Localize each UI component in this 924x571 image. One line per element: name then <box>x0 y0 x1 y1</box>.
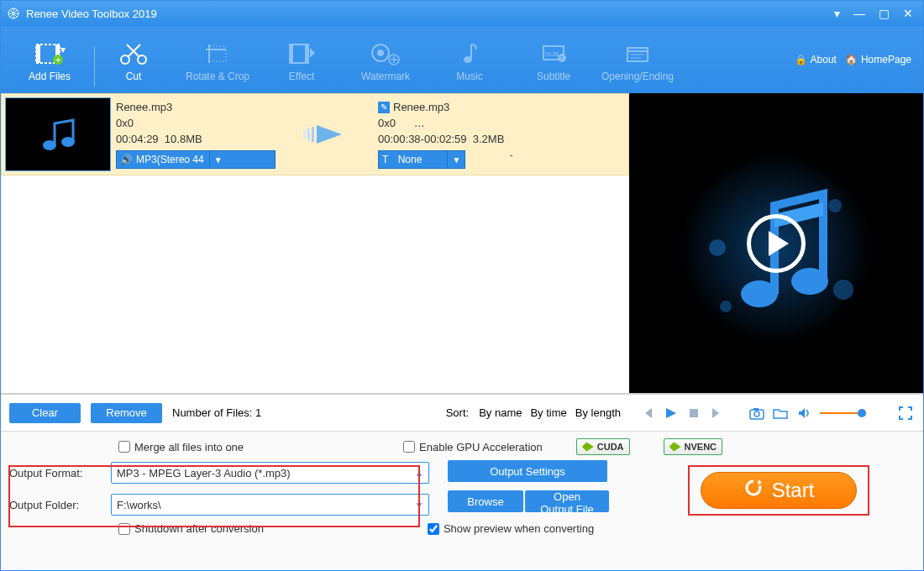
output-format-value: MP3 - MPEG Layer-3 Audio (*.mp3) <box>117 467 291 479</box>
output-folder-value: F:\works\ <box>117 499 161 511</box>
snapshot-button[interactable] <box>749 406 764 420</box>
open-folder-button[interactable] <box>773 406 788 420</box>
svg-rect-9 <box>209 46 226 61</box>
svg-rect-29 <box>312 127 314 142</box>
fullscreen-button[interactable] <box>898 406 913 420</box>
dash: - <box>510 149 513 169</box>
refresh-icon <box>743 478 764 503</box>
dst-filesize: 3.2MB <box>473 133 505 145</box>
output-folder-select[interactable]: F:\works\ ▼ <box>111 494 429 516</box>
audio-format-select[interactable]: 🔊MP3(Stereo 44 ▼ <box>116 150 276 169</box>
svg-rect-11 <box>290 45 293 63</box>
show-preview-checkbox[interactable]: Show preview when converting <box>428 522 594 535</box>
chevron-up-icon: ▲ <box>415 469 423 478</box>
output-folder-label: Output Folder: <box>9 499 106 511</box>
music-button[interactable]: Music <box>428 28 512 92</box>
preview-pane <box>629 93 923 393</box>
minimize-button[interactable]: — <box>853 7 865 20</box>
output-panel: Merge all files into one Enable GPU Acce… <box>1 431 923 570</box>
list-toolbar: Clear Remove Number of Files: 1 Sort: By… <box>1 393 629 431</box>
play-button[interactable] <box>663 406 678 420</box>
app-title: Renee Video Toolbox 2019 <box>26 8 834 20</box>
show-preview-label: Show preview when converting <box>444 522 594 535</box>
src-dimensions: 0x0 <box>116 117 276 129</box>
cut-button[interactable]: Cut <box>92 28 176 92</box>
start-label: Start <box>772 479 815 502</box>
maximize-button[interactable]: ▢ <box>879 7 890 20</box>
homepage-link[interactable]: 🏠 HomePage <box>845 54 911 65</box>
music-thumb-icon <box>6 98 110 170</box>
gpu-checkbox[interactable]: Enable GPU Acceleration <box>403 441 543 453</box>
svg-rect-27 <box>303 130 306 139</box>
scissors-icon <box>117 37 150 71</box>
cuda-badge: CUDA <box>576 438 630 455</box>
effect-button[interactable]: Effect <box>260 28 344 92</box>
player-controls <box>629 393 923 431</box>
sort-by-time[interactable]: By time <box>530 406 566 419</box>
opening-ending-button[interactable]: Opening/Ending <box>596 28 680 92</box>
stop-button[interactable] <box>686 407 701 419</box>
chevron-down-icon: ▼ <box>448 155 465 165</box>
convert-arrow-icon <box>281 97 373 171</box>
svg-text:▾: ▾ <box>60 44 66 55</box>
remove-button[interactable]: Remove <box>91 403 162 423</box>
clear-button[interactable]: Clear <box>9 403 81 423</box>
sort-by-name[interactable]: By name <box>479 406 522 419</box>
next-button[interactable] <box>710 406 725 420</box>
opening-ending-label: Opening/Ending <box>601 71 674 82</box>
effect-label: Effect <box>289 71 314 82</box>
svg-point-31 <box>709 239 726 256</box>
file-list-empty <box>1 175 629 393</box>
svg-rect-28 <box>307 128 310 140</box>
speaker-icon: 🔊 <box>120 154 133 165</box>
main-toolbar: ▾+ Add Files Cut Rotate & Crop Effect <box>1 26 923 93</box>
subtitle-value: None <box>398 154 423 165</box>
browse-button[interactable]: Browse <box>448 490 523 512</box>
output-format-label: Output Format: <box>9 467 106 479</box>
nvidia-icon <box>669 441 681 453</box>
nvidia-icon <box>582 441 594 453</box>
audio-format-value: MP3(Stereo 44 <box>136 154 204 165</box>
volume-slider[interactable] <box>820 412 866 414</box>
rotate-crop-button[interactable]: Rotate & Crop <box>176 28 260 92</box>
watermark-button[interactable]: Watermark <box>344 28 428 92</box>
about-link[interactable]: 🔒 About <box>795 54 837 65</box>
play-overlay-button[interactable] <box>747 214 806 273</box>
merge-label: Merge all files into one <box>134 441 244 453</box>
prev-button[interactable] <box>639 406 654 420</box>
crop-icon <box>201 37 234 71</box>
subtitle-button[interactable]: SUBT Subtitle <box>512 28 596 92</box>
volume-icon[interactable] <box>796 406 811 420</box>
svg-text:+: + <box>55 55 60 65</box>
dst-filename: Renee.mp3 <box>393 101 449 113</box>
svg-point-16 <box>464 56 472 63</box>
subtitle-select[interactable]: T None ▼ <box>378 150 465 169</box>
close-button[interactable]: ✕ <box>903 7 913 20</box>
subtitle-icon: SUBT <box>537 37 570 71</box>
subtitle-label: Subtitle <box>537 71 570 82</box>
file-row[interactable]: Renee.mp3 0x0 00:04:29 10.8MB 🔊MP3(Stere… <box>1 93 629 175</box>
svg-point-32 <box>828 199 842 212</box>
sort-by-length[interactable]: By length <box>575 406 621 419</box>
music-label: Music <box>456 71 482 82</box>
output-settings-button[interactable]: Output Settings <box>448 460 607 482</box>
edit-icon[interactable]: ✎ <box>378 102 390 113</box>
start-button[interactable]: Start <box>701 472 857 509</box>
svg-point-34 <box>720 301 732 312</box>
menu-drop-icon[interactable]: ▾ <box>834 7 840 20</box>
src-filename: Renee.mp3 <box>116 101 276 113</box>
watermark-label: Watermark <box>361 71 410 82</box>
svg-point-14 <box>377 50 384 56</box>
about-label: About <box>811 54 837 65</box>
shutdown-checkbox[interactable]: Shutdown after conversion <box>118 522 264 535</box>
add-files-button[interactable]: ▾+ Add Files <box>8 28 92 92</box>
src-filesize: 10.8MB <box>165 133 202 145</box>
file-thumbnail[interactable] <box>5 97 111 171</box>
merge-checkbox[interactable]: Merge all files into one <box>118 441 244 453</box>
output-format-select[interactable]: MP3 - MPEG Layer-3 Audio (*.mp3) ▲ <box>111 462 429 484</box>
cut-label: Cut <box>126 71 142 82</box>
effect-icon <box>285 37 318 71</box>
titlebar: Renee Video Toolbox 2019 ▾ — ▢ ✕ <box>1 1 923 26</box>
svg-point-39 <box>754 411 759 416</box>
open-output-file-button[interactable]: Open Output File <box>525 490 609 512</box>
